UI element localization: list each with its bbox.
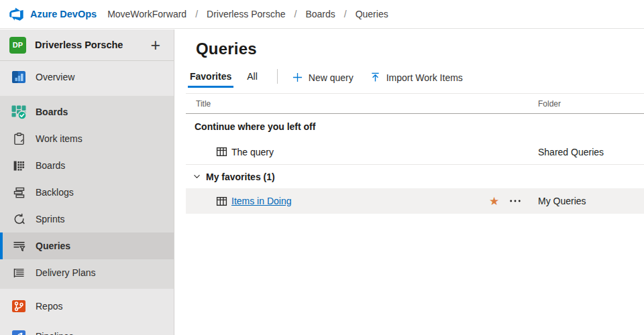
import-upload-icon [370, 72, 380, 82]
sidebar-item-queries[interactable]: Queries [0, 232, 174, 259]
favorite-star-icon[interactable]: ★ [489, 194, 499, 208]
breadcrumb-project[interactable]: Driverless Porsche [207, 9, 285, 19]
section-label: Continue where you left off [195, 121, 315, 132]
sidebar-item-label: Queries [36, 241, 70, 251]
breadcrumb-separator: / [344, 9, 347, 19]
table-header-row: Title Folder [186, 93, 644, 114]
sidebar-item-label: Boards [36, 160, 65, 171]
boards-nav-group: Boards Work items [0, 96, 174, 289]
section-continue: Continue where you left off [186, 114, 644, 139]
sidebar-item-label: Sprints [36, 214, 65, 224]
sidebar-item-label: Work items [36, 133, 83, 144]
azure-devops-logo-icon[interactable] [9, 7, 24, 21]
top-bar: Azure DevOps MoveWorkForward / Driverles… [0, 0, 644, 29]
new-query-label: New query [309, 72, 354, 83]
query-row-items-in-doing[interactable]: Items in Doing ★ My Queries [186, 188, 644, 214]
chevron-down-icon [193, 173, 201, 180]
section-label: My favorites (1) [206, 172, 275, 182]
queries-table: Title Folder Continue where you left off… [186, 93, 644, 214]
breadcrumb-separator: / [195, 9, 198, 19]
delivery-plans-icon [11, 265, 27, 281]
toolbar-divider [277, 69, 278, 84]
query-row-the-query[interactable]: The query Shared Queries [186, 139, 644, 165]
import-work-items-button[interactable]: Import Work Items [370, 67, 463, 88]
new-query-button[interactable]: New query [292, 67, 354, 88]
sidebar-item-label: Boards [36, 107, 68, 117]
sidebar-item-boards-hub[interactable]: Boards [0, 98, 174, 125]
main-content: Queries Favorites All New query Import W… [175, 29, 644, 335]
breadcrumb: MoveWorkForward / Driverless Porsche / B… [107, 9, 388, 19]
column-title: Title [196, 99, 211, 109]
work-items-icon [11, 131, 27, 147]
add-project-item-button[interactable]: + [146, 38, 164, 52]
sidebar-item-backlogs[interactable]: Backlogs [0, 179, 174, 206]
query-table-icon [216, 146, 227, 157]
sidebar-item-repos[interactable]: Repos [0, 293, 174, 320]
breadcrumb-separator: / [294, 9, 297, 19]
column-folder: Folder [538, 99, 561, 109]
sprints-icon [11, 211, 27, 227]
sidebar-item-pipelines[interactable]: Pipelines [0, 323, 174, 335]
sidebar-item-overview[interactable]: Overview [0, 64, 174, 90]
pipelines-icon [11, 328, 27, 335]
project-name[interactable]: Driverless Porsche [35, 40, 146, 50]
sidebar-item-label: Delivery Plans [36, 267, 95, 278]
section-my-favorites[interactable]: My favorites (1) [186, 165, 644, 188]
project-avatar[interactable]: DP [9, 37, 26, 54]
breadcrumb-queries[interactable]: Queries [356, 9, 388, 19]
sidebar-item-boards[interactable]: Boards [0, 152, 174, 179]
query-folder: Shared Queries [538, 147, 604, 157]
tab-favorites[interactable]: Favorites [188, 67, 233, 88]
tab-all[interactable]: All [245, 67, 260, 88]
page-title: Queries [196, 40, 644, 58]
boards-hub-icon [11, 104, 27, 120]
queries-icon [11, 238, 27, 254]
query-table-icon [216, 196, 227, 207]
plus-icon [292, 72, 303, 82]
query-title-link[interactable]: Items in Doing [231, 196, 291, 206]
sidebar-item-label: Pipelines [36, 331, 74, 335]
sidebar-item-work-items[interactable]: Work items [0, 125, 174, 152]
sidebar-item-delivery-plans[interactable]: Delivery Plans [0, 259, 174, 286]
breadcrumb-boards[interactable]: Boards [305, 9, 335, 19]
more-options-icon[interactable] [509, 199, 521, 203]
backlogs-icon [11, 184, 27, 200]
sidebar-item-label: Backlogs [36, 187, 74, 198]
query-folder: My Queries [538, 196, 586, 206]
tabs-and-commands: Favorites All New query Import Work Item… [188, 67, 644, 88]
sidebar: DP Driverless Porsche + Overview [0, 29, 174, 335]
query-title[interactable]: The query [231, 147, 274, 157]
project-header: DP Driverless Porsche + [0, 29, 174, 61]
sidebar-item-label: Overview [36, 72, 74, 82]
board-icon [11, 157, 27, 174]
azure-devops-brand[interactable]: Azure DevOps [30, 9, 97, 19]
overview-icon [11, 69, 27, 85]
breadcrumb-org[interactable]: MoveWorkForward [107, 9, 186, 19]
sidebar-item-sprints[interactable]: Sprints [0, 206, 174, 232]
import-work-items-label: Import Work Items [386, 72, 463, 83]
sidebar-item-label: Repos [36, 301, 62, 312]
repos-icon [11, 298, 27, 314]
